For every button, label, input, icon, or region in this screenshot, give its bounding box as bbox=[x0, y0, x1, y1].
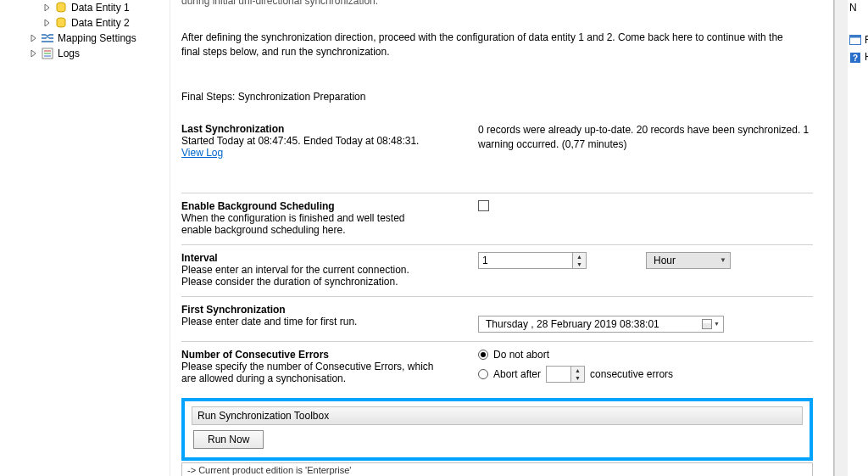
truncated-paragraph: during initial uni-directional synchroni… bbox=[181, 0, 813, 7]
tree-label: Mapping Settings bbox=[58, 32, 136, 44]
spinner-buttons[interactable]: ▲▼ bbox=[572, 253, 586, 268]
chevron-down-icon: ▼ bbox=[714, 321, 720, 327]
chevron-down-icon: ▼ bbox=[720, 256, 726, 264]
enable-bg-checkbox[interactable] bbox=[478, 200, 489, 211]
enable-bg-desc1: When the configuration is finished and w… bbox=[181, 212, 405, 224]
mapping-icon bbox=[41, 31, 54, 45]
last-sync-status: 0 records were already up-to-date. 20 re… bbox=[478, 123, 813, 152]
chevron-right-icon[interactable] bbox=[29, 33, 39, 43]
status-footer: -> Current product edition is 'Enterpris… bbox=[181, 462, 813, 476]
spin-down-icon[interactable]: ▼ bbox=[573, 260, 586, 268]
tree-label: Logs bbox=[58, 48, 80, 59]
interval-heading: Interval bbox=[181, 252, 218, 264]
interval-row: Interval Please enter an interval for th… bbox=[181, 244, 813, 296]
enable-bg-row: Enable Background Scheduling When the co… bbox=[181, 193, 813, 244]
run-toolbox-highlight: Run Synchronization Toolbox Run Now bbox=[181, 398, 813, 461]
tree-item-logs[interactable]: Logs bbox=[5, 46, 164, 61]
consecutive-errors-spinner[interactable]: ▲▼ bbox=[546, 366, 585, 383]
interval-spinner[interactable]: ▲▼ bbox=[478, 252, 587, 269]
tree-item-data-entity-1[interactable]: Data Entity 1 bbox=[5, 0, 164, 15]
tree-item-data-entity-2[interactable]: Data Entity 2 bbox=[5, 15, 164, 31]
chevron-right-icon[interactable] bbox=[42, 18, 53, 28]
right-sidebar: N R ? H bbox=[848, 0, 868, 476]
first-sync-heading: First Synchronization bbox=[181, 304, 286, 316]
spinner-buttons[interactable]: ▲▼ bbox=[570, 367, 584, 382]
abort-after-label-prefix: Abort after bbox=[493, 368, 541, 380]
interval-desc1: Please enter an interval for the current… bbox=[181, 264, 409, 276]
last-sync-times: Started Today at 08:47:45. Ended Today a… bbox=[181, 135, 419, 147]
chevron-right-icon[interactable] bbox=[42, 3, 53, 13]
do-not-abort-label: Do not abort bbox=[493, 349, 549, 361]
database-icon bbox=[54, 16, 68, 30]
instruction-paragraph: After defining the synchronization direc… bbox=[181, 31, 792, 60]
enable-bg-desc2: enable background scheduling here. bbox=[181, 224, 345, 236]
run-now-button[interactable]: Run Now bbox=[193, 430, 264, 449]
first-sync-datetime-value: Thursday , 28 February 2019 08:38:01 bbox=[486, 318, 659, 330]
right-letter: R bbox=[865, 34, 868, 46]
interval-unit-value: Hour bbox=[654, 255, 676, 266]
calendar-dropdown[interactable]: ▼ bbox=[702, 319, 720, 329]
first-sync-desc: Please enter date and time for first run… bbox=[181, 316, 357, 328]
view-log-link[interactable]: View Log bbox=[181, 147, 223, 159]
database-icon bbox=[54, 1, 68, 14]
final-steps-heading: Final Steps: Synchronization Preparation bbox=[181, 91, 813, 103]
tree-label: Data Entity 1 bbox=[71, 2, 130, 14]
tree-item-mapping-settings[interactable]: Mapping Settings bbox=[5, 31, 164, 46]
spin-down-icon[interactable]: ▼ bbox=[571, 374, 584, 382]
vertical-scrollbar[interactable] bbox=[834, 0, 848, 476]
right-item-h[interactable]: ? H bbox=[849, 51, 866, 63]
svg-rect-7 bbox=[850, 36, 861, 38]
tree-label: Data Entity 2 bbox=[71, 17, 130, 29]
spin-up-icon[interactable]: ▲ bbox=[573, 253, 586, 260]
main-panel: during initial uni-directional synchroni… bbox=[175, 0, 834, 476]
last-sync-heading: Last Synchronization bbox=[181, 123, 284, 135]
abort-after-radio[interactable] bbox=[478, 369, 488, 379]
first-sync-datetime-picker[interactable]: Thursday , 28 February 2019 08:38:01 ▼ bbox=[478, 316, 724, 333]
svg-text:?: ? bbox=[853, 53, 858, 63]
calendar-icon bbox=[702, 319, 712, 329]
chevron-right-icon[interactable] bbox=[29, 48, 39, 59]
abort-after-label-suffix: consecutive errors bbox=[590, 368, 673, 380]
consecutive-errors-input[interactable] bbox=[547, 367, 570, 382]
last-sync-row: Last Synchronization Started Today at 08… bbox=[181, 116, 813, 167]
enable-bg-heading: Enable Background Scheduling bbox=[181, 200, 335, 212]
help-icon: ? bbox=[849, 52, 861, 62]
consecutive-desc1: Please specify the number of Consecutive… bbox=[181, 361, 433, 372]
window-icon bbox=[849, 35, 861, 45]
spin-up-icon[interactable]: ▲ bbox=[571, 367, 584, 374]
log-icon bbox=[41, 47, 54, 60]
first-sync-row: First Synchronization Please enter date … bbox=[181, 296, 813, 341]
right-letter: H bbox=[865, 51, 868, 63]
run-toolbox-titlebar: Run Synchronization Toolbox bbox=[192, 406, 803, 425]
navigation-tree: Data Entity 1 Data Entity 2 Mapping Sett… bbox=[0, 0, 170, 476]
interval-desc2: Please consider the duration of synchron… bbox=[181, 276, 398, 288]
consecutive-desc2: are allowed during a synchonisation. bbox=[181, 372, 346, 384]
interval-unit-dropdown[interactable]: Hour ▼ bbox=[646, 252, 731, 269]
do-not-abort-radio[interactable] bbox=[478, 350, 488, 360]
interval-input[interactable] bbox=[479, 253, 572, 268]
consecutive-errors-row: Number of Consecutive Errors Please spec… bbox=[181, 341, 813, 393]
right-item-n[interactable]: N bbox=[849, 2, 866, 14]
consecutive-heading: Number of Consecutive Errors bbox=[181, 349, 329, 361]
right-letter: N bbox=[849, 2, 857, 14]
right-item-r[interactable]: R bbox=[849, 34, 866, 46]
